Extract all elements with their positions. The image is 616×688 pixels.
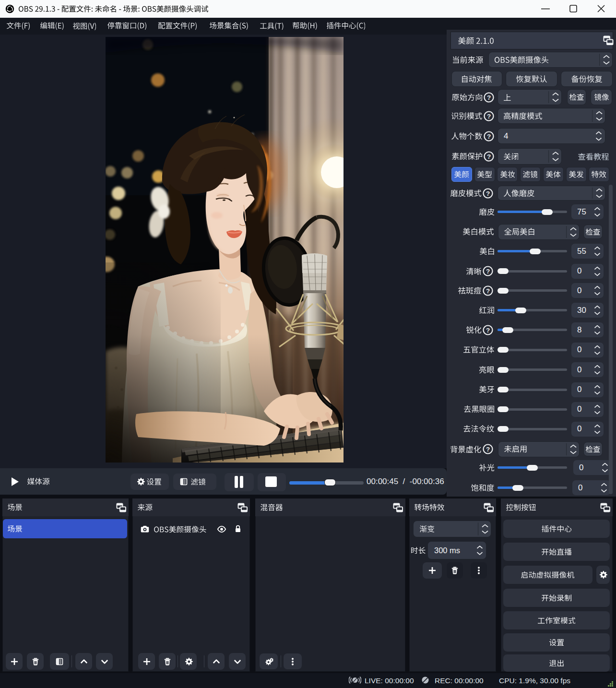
svg-text:?: ? [486, 287, 490, 294]
svg-text:?: ? [487, 94, 491, 101]
svg-text:?: ? [486, 446, 490, 453]
svg-text:?: ? [486, 190, 490, 197]
svg-text:?: ? [487, 132, 491, 140]
svg-text:?: ? [486, 326, 490, 333]
svg-text:?: ? [486, 268, 490, 275]
svg-text:?: ? [487, 153, 491, 160]
svg-text:?: ? [487, 112, 491, 119]
